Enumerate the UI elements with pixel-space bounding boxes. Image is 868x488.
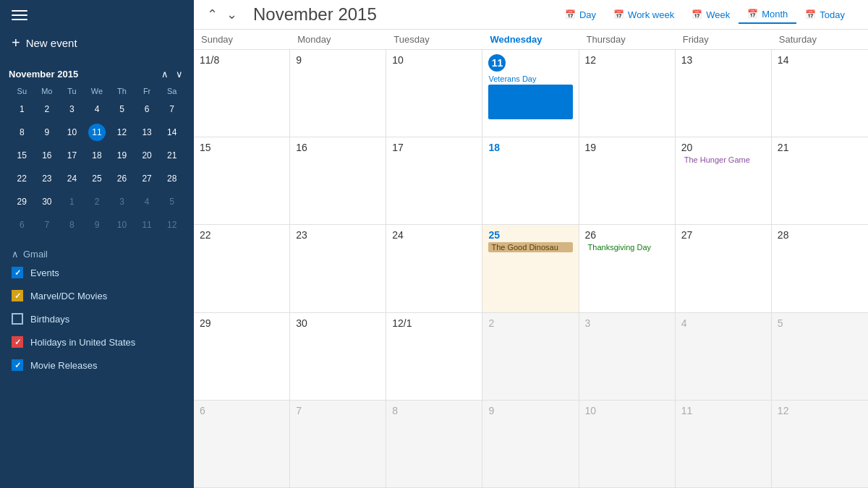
mini-cal-day[interactable]: 1 (60, 191, 84, 213)
view-tab-week[interactable]: 📅Week (683, 6, 739, 24)
mini-cal-day[interactable]: 9 (85, 214, 109, 236)
day-cell[interactable]: 15 (194, 137, 290, 224)
event-block-good-dinosaur[interactable]: The Good Dinosau (488, 242, 572, 252)
mini-cal-day[interactable]: 1 (10, 98, 34, 120)
day-cell[interactable]: 5 (772, 313, 868, 400)
mini-cal-day[interactable]: 30 (35, 191, 59, 213)
calendar-item-marvel[interactable]: ✓Marvel/DC Movies (12, 290, 182, 301)
day-cell[interactable]: 13 (676, 50, 772, 137)
mini-cal-day[interactable]: 29 (10, 191, 34, 213)
day-cell[interactable]: 11/8 (194, 50, 290, 137)
calendar-checkbox-holidays[interactable]: ✓ (12, 336, 23, 348)
event-block-thanksgiving[interactable]: Thanksgiving Day (585, 242, 669, 252)
day-cell[interactable]: 28 (772, 225, 868, 312)
mini-cal-day[interactable]: 13 (135, 121, 159, 143)
mini-cal-day[interactable]: 10 (60, 121, 84, 143)
gmail-group-header[interactable]: ∧ Gmail (12, 249, 182, 260)
day-cell[interactable]: 6 (194, 401, 290, 487)
day-cell[interactable]: 4 (676, 313, 772, 400)
mini-cal-day[interactable]: 12 (110, 121, 134, 143)
mini-cal-day[interactable]: 15 (10, 145, 34, 166)
mini-cal-day[interactable]: 24 (60, 168, 84, 189)
day-cell[interactable]: 19 (579, 137, 676, 224)
day-cell[interactable]: 10 (386, 50, 482, 137)
calendar-item-holidays[interactable]: ✓Holidays in United States (12, 336, 182, 348)
veterans-day-block[interactable] (488, 85, 572, 119)
day-cell[interactable]: 9 (482, 401, 579, 487)
mini-cal-day[interactable]: 6 (135, 98, 159, 120)
mini-cal-day[interactable]: 4 (85, 98, 109, 120)
mini-cal-day[interactable]: 25 (85, 168, 109, 189)
mini-cal-day[interactable]: 2 (35, 98, 59, 120)
mini-cal-day[interactable]: 27 (135, 168, 159, 189)
view-tab-work-week[interactable]: 📅Work week (605, 6, 683, 24)
day-cell[interactable]: 26Thanksgiving Day (579, 225, 676, 312)
day-cell[interactable]: 10 (579, 401, 676, 487)
day-cell[interactable]: 27 (676, 225, 772, 312)
mini-cal-day[interactable]: 5 (110, 98, 134, 120)
mini-cal-day[interactable]: 10 (110, 214, 134, 236)
day-cell[interactable]: 12 (579, 50, 676, 137)
mini-cal-day[interactable]: 28 (160, 168, 184, 189)
mini-cal-day[interactable]: 20 (135, 145, 159, 166)
day-cell[interactable]: 25The Good Dinosau (482, 225, 579, 312)
mini-cal-day[interactable]: 3 (110, 191, 134, 213)
view-tab-day[interactable]: 📅Day (556, 6, 605, 24)
mini-cal-day[interactable]: 5 (160, 191, 184, 213)
day-cell[interactable]: 16 (290, 137, 386, 224)
hamburger-menu[interactable] (12, 10, 27, 20)
day-cell[interactable]: 17 (386, 137, 482, 224)
mini-cal-day[interactable]: 7 (160, 98, 184, 120)
calendar-item-movie-releases[interactable]: ✓Movie Releases (12, 359, 182, 371)
mini-cal-day[interactable]: 9 (35, 121, 59, 143)
day-cell[interactable]: 3 (579, 313, 676, 400)
day-cell[interactable]: 7 (290, 401, 386, 487)
mini-cal-day[interactable]: 16 (35, 145, 59, 166)
calendar-item-events[interactable]: ✓Events (12, 267, 182, 278)
mini-cal-prev[interactable]: ∧ (159, 69, 171, 80)
day-cell[interactable]: 30 (290, 313, 386, 400)
mini-cal-day[interactable]: 23 (35, 168, 59, 189)
mini-cal-day[interactable]: 21 (160, 145, 184, 166)
day-cell[interactable]: 9 (290, 50, 386, 137)
mini-cal-day[interactable]: 11 (85, 121, 109, 143)
mini-cal-day[interactable]: 26 (110, 168, 134, 189)
day-cell[interactable]: 8 (386, 401, 482, 487)
view-tab-today[interactable]: 📅Today (796, 6, 854, 24)
calendar-item-birthdays[interactable]: Birthdays (12, 313, 182, 325)
mini-cal-day[interactable]: 2 (85, 191, 109, 213)
mini-cal-day[interactable]: 11 (135, 214, 159, 236)
mini-cal-next[interactable]: ∨ (174, 69, 185, 80)
calendar-checkbox-birthdays[interactable] (12, 313, 23, 325)
mini-cal-day[interactable]: 4 (135, 191, 159, 213)
day-cell[interactable]: 29 (194, 313, 290, 400)
mini-cal-day[interactable]: 8 (60, 214, 84, 236)
day-cell[interactable]: 11 (676, 401, 772, 487)
mini-cal-day[interactable]: 18 (85, 145, 109, 166)
day-cell[interactable]: 2 (482, 313, 579, 400)
prev-month-button[interactable]: ⌃ (203, 5, 222, 24)
day-cell[interactable]: 22 (194, 225, 290, 312)
calendar-checkbox-movie-releases[interactable]: ✓ (12, 359, 23, 371)
calendar-checkbox-marvel[interactable]: ✓ (12, 290, 23, 301)
mini-cal-day[interactable]: 12 (160, 214, 184, 236)
mini-cal-day[interactable]: 3 (60, 98, 84, 120)
mini-cal-day[interactable]: 14 (160, 121, 184, 143)
day-cell[interactable]: 14 (772, 50, 868, 137)
calendar-checkbox-events[interactable]: ✓ (12, 267, 23, 278)
mini-cal-day[interactable]: 22 (10, 168, 34, 189)
mini-cal-day[interactable]: 6 (10, 214, 34, 236)
day-cell[interactable]: 23 (290, 225, 386, 312)
day-cell[interactable]: 12 (772, 401, 868, 487)
next-month-button[interactable]: ⌄ (222, 5, 242, 24)
new-event-button[interactable]: + New event (12, 32, 182, 54)
day-cell[interactable]: 12/1 (386, 313, 482, 400)
view-tab-month[interactable]: 📅Month (739, 6, 796, 24)
mini-cal-day[interactable]: 8 (10, 121, 34, 143)
day-cell[interactable]: 11Veterans Day (482, 50, 579, 137)
day-cell[interactable]: 18 (482, 137, 579, 224)
day-cell[interactable]: 24 (386, 225, 482, 312)
mini-cal-day[interactable]: 19 (110, 145, 134, 166)
day-cell[interactable]: 20The Hunger Game (676, 137, 772, 224)
event-block-hunger-games[interactable]: The Hunger Game (681, 155, 765, 165)
